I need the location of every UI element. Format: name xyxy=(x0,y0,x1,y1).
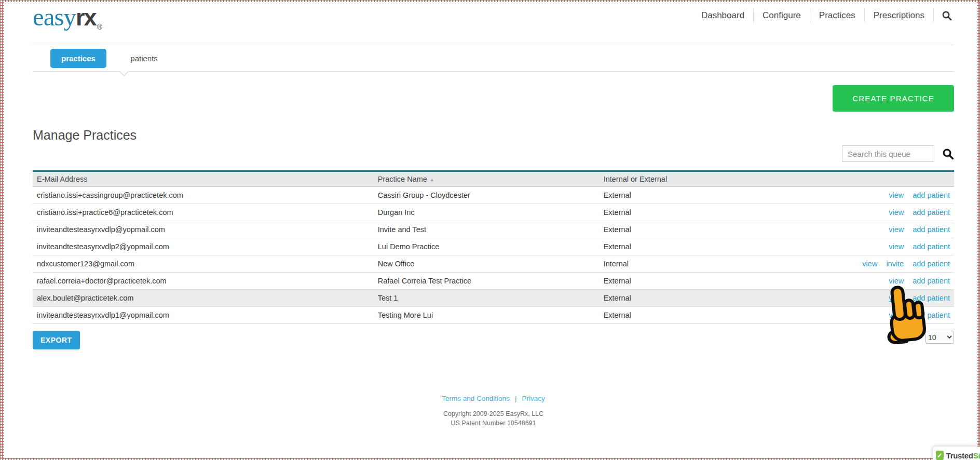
add-patient-link[interactable]: add patient xyxy=(913,225,950,234)
nav-practices[interactable]: Practices xyxy=(810,9,864,22)
cell-practice: Test 1 xyxy=(374,290,600,307)
patent-text: US Patent Number 10548691 xyxy=(33,418,954,428)
cell-email: ndxcustomer123@gmail.com xyxy=(33,255,374,273)
add-patient-link[interactable]: add patient xyxy=(913,311,950,319)
create-row: CREATE PRACTICE xyxy=(33,85,954,112)
add-patient-link[interactable]: add patient xyxy=(913,277,950,285)
cell-email: inviteandtesteasyrxvdlp2@yopmail.com xyxy=(33,238,374,255)
cell-practice: Rafael Correia Test Practice xyxy=(374,273,600,290)
cell-type: External xyxy=(600,238,784,255)
main-nav: Dashboard Configure Practices Prescripti… xyxy=(692,9,954,22)
table-row: cristiano.issi+practice6@practicetek.com… xyxy=(33,204,954,221)
logo-easy-text: easy xyxy=(33,3,76,31)
table-footer-controls: EXPORT 10 xyxy=(33,331,954,349)
table-row: inviteandtesteasyrxvdlp1@yopmail.com Tes… xyxy=(33,307,954,324)
add-patient-link[interactable]: add patient xyxy=(913,208,950,217)
cell-email: alex.boulet@practicetek.com xyxy=(33,290,374,307)
copyright-text: Copyright 2009-2025 EasyRx, LLC xyxy=(33,409,954,418)
col-header-email[interactable]: E-Mail Address xyxy=(33,171,374,187)
search-queue-input[interactable] xyxy=(842,145,934,162)
easyrx-logo[interactable]: easyrx® xyxy=(33,2,102,32)
col-header-type[interactable]: Internal or External xyxy=(600,171,784,187)
privacy-link[interactable]: Privacy xyxy=(522,395,545,402)
cell-email: cristiano.issi+practice6@practicetek.com xyxy=(33,204,374,221)
view-link[interactable]: view xyxy=(889,311,904,319)
sort-asc-icon: ▲ xyxy=(430,177,434,182)
cell-type: External xyxy=(600,221,784,238)
col-header-practice-label: Practice Name xyxy=(378,175,427,183)
add-patient-link[interactable]: add patient xyxy=(913,191,950,199)
add-patient-link[interactable]: add patient xyxy=(913,242,950,251)
cell-email: inviteandtesteasyrxvdlp@yopmail.com xyxy=(33,221,374,238)
queue-search-icon[interactable] xyxy=(942,148,954,160)
table-row: inviteandtesteasyrxvdlp2@yopmail.com Lui… xyxy=(33,238,954,255)
export-button[interactable]: EXPORT xyxy=(33,331,80,349)
table-header-row: E-Mail Address Practice Name▲ Internal o… xyxy=(33,171,954,187)
view-link[interactable]: view xyxy=(889,277,904,285)
table-row: inviteandtesteasyrxvdlp@yopmail.com Invi… xyxy=(33,221,954,238)
page-container: easyrx® Dashboard Configure Practices Pr… xyxy=(33,0,954,428)
cell-practice: Lui Demo Practice xyxy=(374,238,600,255)
view-link[interactable]: view xyxy=(889,191,904,199)
capture-border-bottom xyxy=(0,458,980,460)
table-row-hovered: alex.boulet@practicetek.com Test 1 Exter… xyxy=(33,290,954,307)
badge-site-text: Site xyxy=(973,451,980,460)
cell-type: Internal xyxy=(600,255,784,273)
search-icon xyxy=(942,10,952,21)
view-link[interactable]: view xyxy=(889,225,904,234)
badge-trusted-text: Trusted xyxy=(946,451,973,460)
create-practice-button[interactable]: CREATE PRACTICE xyxy=(833,85,954,112)
col-header-practice-name[interactable]: Practice Name▲ xyxy=(374,171,600,187)
view-link[interactable]: view xyxy=(889,242,904,251)
logo-rx-text: rx xyxy=(76,4,96,31)
nav-configure[interactable]: Configure xyxy=(753,9,810,22)
page-title: Manage Practices xyxy=(33,128,954,143)
cell-type: External xyxy=(600,290,784,307)
add-patient-link[interactable]: add patient xyxy=(913,294,950,302)
cell-practice: Testing More Lui xyxy=(374,307,600,324)
active-tab-pointer xyxy=(120,67,129,76)
cell-practice: Durgan Inc xyxy=(374,204,600,221)
nav-search-button[interactable] xyxy=(933,9,954,22)
trustedsite-badge[interactable]: ✓ TrustedSite xyxy=(933,447,980,460)
capture-border-left xyxy=(0,0,4,460)
view-link[interactable]: view xyxy=(862,260,877,268)
cell-practice: Invite and Test xyxy=(374,221,600,238)
invite-link[interactable]: invite xyxy=(886,260,904,268)
capture-border-right xyxy=(977,0,980,460)
cell-email: cristiano.issi+cassingroup@practicetek.c… xyxy=(33,187,374,204)
cell-email: inviteandtesteasyrxvdlp1@yopmail.com xyxy=(33,307,374,324)
cell-type: External xyxy=(600,187,784,204)
capture-border-top xyxy=(0,0,980,2)
table-row: ndxcustomer123@gmail.com New Office Inte… xyxy=(33,255,954,273)
view-link[interactable]: view xyxy=(889,208,904,217)
cell-type: External xyxy=(600,204,784,221)
table-row: cristiano.issi+cassingroup@practicetek.c… xyxy=(33,187,954,204)
cell-email: rafael.correia+doctor@practicetek.com xyxy=(33,273,374,290)
add-patient-link[interactable]: add patient xyxy=(913,260,950,268)
cell-practice: New Office xyxy=(374,255,600,273)
footer-separator: | xyxy=(515,395,517,402)
nav-prescriptions[interactable]: Prescriptions xyxy=(864,9,933,22)
cell-practice: Cassin Group - Cloydcester xyxy=(374,187,600,204)
cell-type: External xyxy=(600,273,784,290)
view-link-hovered[interactable]: view xyxy=(889,294,904,302)
check-icon: ✓ xyxy=(936,451,944,460)
page-size-select[interactable]: 10 xyxy=(925,331,954,344)
col-header-actions xyxy=(784,171,954,187)
app-header: easyrx® Dashboard Configure Practices Pr… xyxy=(33,0,954,45)
queue-search xyxy=(33,145,954,162)
tab-practices[interactable]: practices xyxy=(50,49,106,68)
practices-table: E-Mail Address Practice Name▲ Internal o… xyxy=(33,170,954,324)
registered-mark: ® xyxy=(97,23,102,31)
cell-type: External xyxy=(600,307,784,324)
table-row: rafael.correia+doctor@practicetek.com Ra… xyxy=(33,273,954,290)
tab-bar: practices patients xyxy=(33,45,954,72)
tab-patients[interactable]: patients xyxy=(130,54,158,63)
page-footer: Terms and Conditions|Privacy Copyright 2… xyxy=(33,395,954,428)
terms-link[interactable]: Terms and Conditions xyxy=(442,395,510,402)
nav-dashboard[interactable]: Dashboard xyxy=(692,9,753,22)
